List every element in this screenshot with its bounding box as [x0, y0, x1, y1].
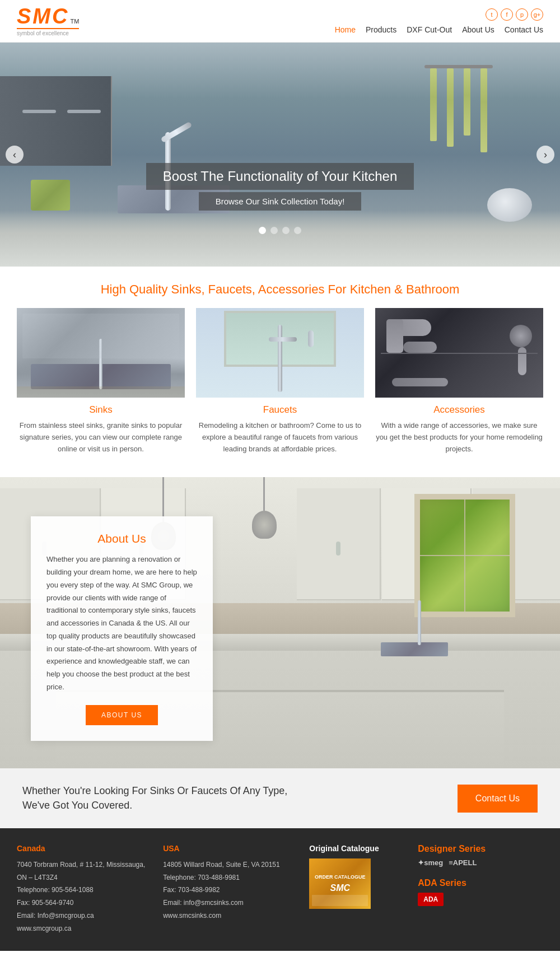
footer-brands: Designer Series ✦smeg ≡APELL ADA Series …	[418, 844, 543, 935]
products-grid: Sinks From stainless steel sinks, granit…	[0, 308, 560, 455]
nav-products[interactable]: Products	[366, 25, 396, 34]
social-icons-bar: t f p g+	[486, 8, 543, 21]
product-name-accessories: Accessories	[375, 404, 543, 416]
footer-canada-email: Email: Info@smcgroup.ca	[17, 909, 155, 922]
footer-canada-phone: Telephone: 905-564-1088	[17, 884, 155, 897]
main-nav: Home Products DXF Cut-Out About Us Conta…	[335, 25, 543, 34]
footer-usa-fax: Fax: 703-488-9982	[163, 884, 301, 897]
social-twitter-icon[interactable]: t	[486, 8, 498, 21]
smeg-logo: ✦smeg	[418, 858, 443, 867]
product-image-faucets	[196, 308, 364, 398]
about-section: About Us Whether you are planning a reno…	[0, 477, 560, 768]
nav-home[interactable]: Home	[335, 25, 356, 34]
products-section: High Quality Sinks, Faucets, Accessories…	[0, 267, 560, 477]
hero-section: ‹ › Boost The Functionality of Your Kitc…	[0, 43, 560, 267]
hero-title: Boost The Functionality of Your Kitchen	[146, 163, 414, 190]
about-title: About Us	[46, 532, 197, 545]
footer-usa-address: 14805 Willard Road, Suite E, VA 20151	[163, 858, 301, 871]
footer-canada-address: 7040 Torbram Road, # 11-12, Mississauga,…	[17, 858, 155, 884]
social-googleplus-icon[interactable]: g+	[531, 8, 543, 21]
cta-section: Whether You're Looking For Sinks Or Fauc…	[0, 768, 560, 828]
catalogue-image: ORDER CATALOGUE SMC	[309, 858, 371, 909]
apell-logo: ≡APELL	[449, 858, 477, 867]
footer-catalogue-title: Original Catalogue	[309, 844, 409, 853]
product-desc-sinks: From stainless steel sinks, granite sink…	[17, 420, 185, 455]
hero-next-arrow[interactable]: ›	[536, 146, 554, 164]
logo-text: SMC	[17, 6, 69, 27]
hero-countertop	[0, 211, 560, 267]
hero-subtitle: Browse Our Sink Collection Today!	[199, 192, 362, 211]
product-card-faucets: Faucets Remodeling a kitchen or bathroom…	[196, 308, 364, 455]
cta-contact-button[interactable]: Contact Us	[458, 785, 538, 813]
nav-contact[interactable]: Contact Us	[505, 25, 543, 34]
logo-tagline: symbol of excellence	[17, 28, 79, 36]
about-us-button[interactable]: ABOUT US	[86, 705, 158, 725]
ada-badge: ADA	[418, 893, 444, 906]
footer-brand-logos: ✦smeg ≡APELL	[418, 858, 543, 867]
footer-designer-title: Designer Series	[418, 844, 543, 854]
header: SMC TM symbol of excellence t f p g+ Hom…	[0, 0, 560, 43]
footer-canada-website: www.smcgroup.ca	[17, 922, 155, 935]
product-name-sinks: Sinks	[17, 404, 185, 416]
products-section-title: High Quality Sinks, Faucets, Accessories…	[0, 267, 560, 308]
footer-canada-title: Canada	[17, 844, 155, 853]
footer-catalogue: Original Catalogue ORDER CATALOGUE SMC	[309, 844, 409, 935]
footer-usa-title: USA	[163, 844, 301, 853]
footer-canada-fax: Fax: 905-564-9740	[17, 897, 155, 909]
hero-dot-4[interactable]	[294, 227, 301, 234]
about-card: About Us Whether you are planning a reno…	[31, 516, 213, 740]
product-name-faucets: Faucets	[196, 404, 364, 416]
hero-utensils	[430, 65, 487, 152]
footer-usa-email: Email: info@smcsinks.com	[163, 897, 301, 909]
hero-dot-3[interactable]	[282, 227, 290, 234]
hero-dot-2[interactable]	[270, 227, 278, 234]
social-pinterest-icon[interactable]: p	[516, 8, 528, 21]
logo-area: SMC TM symbol of excellence	[17, 6, 79, 36]
about-text: Whether you are planning a renovation or…	[46, 553, 197, 693]
footer-usa-website: www.smcsinks.com	[163, 909, 301, 922]
footer-usa-phone: Telephone: 703-488-9981	[163, 871, 301, 884]
hero-dots	[259, 227, 301, 234]
product-card-sinks: Sinks From stainless steel sinks, granit…	[17, 308, 185, 455]
footer-usa: USA 14805 Willard Road, Suite E, VA 2015…	[163, 844, 301, 935]
product-card-accessories: Accessories With a wide range of accesso…	[375, 308, 543, 455]
logo-tm: TM	[70, 18, 79, 25]
cta-text: Whether You're Looking For Sinks Or Fauc…	[22, 784, 302, 812]
nav-about[interactable]: About Us	[462, 25, 494, 34]
nav-dxf[interactable]: DXF Cut-Out	[407, 25, 452, 34]
product-desc-faucets: Remodeling a kitchen or bathroom? Come t…	[196, 420, 364, 455]
product-image-sinks	[17, 308, 185, 398]
header-right: t f p g+ Home Products DXF Cut-Out About…	[335, 8, 543, 34]
footer-ada-title: ADA Series	[418, 878, 543, 888]
social-facebook-icon[interactable]: f	[501, 8, 513, 21]
hero-text-block: Boost The Functionality of Your Kitchen …	[0, 163, 560, 211]
footer: Canada 7040 Torbram Road, # 11-12, Missi…	[0, 828, 560, 951]
hero-dot-1[interactable]	[259, 227, 266, 234]
product-desc-accessories: With a wide range of accessories, we mak…	[375, 420, 543, 455]
footer-canada: Canada 7040 Torbram Road, # 11-12, Missi…	[17, 844, 155, 935]
product-image-accessories	[375, 308, 543, 398]
hero-prev-arrow[interactable]: ‹	[6, 146, 24, 164]
